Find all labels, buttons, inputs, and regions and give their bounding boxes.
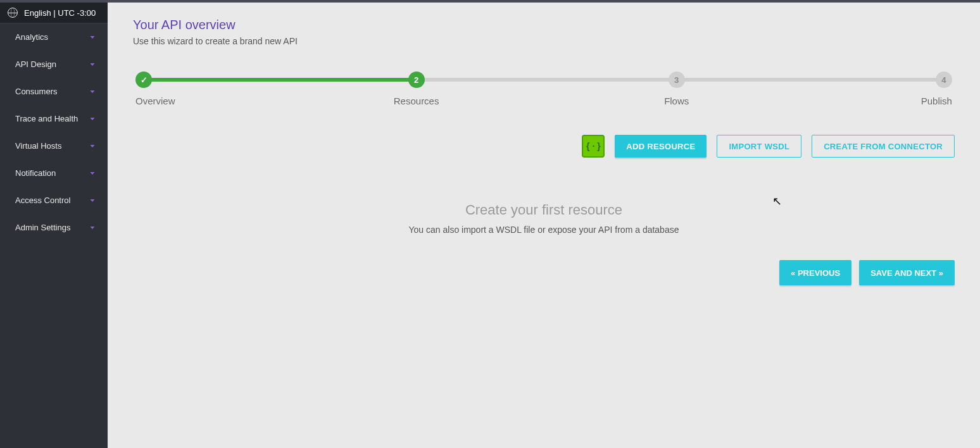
- sidebar-item-admin-settings[interactable]: Admin Settings ▼: [0, 214, 108, 241]
- step-flows[interactable]: 3 Flows: [658, 72, 696, 106]
- step-label: Resources: [394, 96, 439, 106]
- sidebar-item-label: Notification: [15, 168, 56, 178]
- step-label: Flows: [664, 96, 689, 106]
- sidebar-item-label: Trace and Health: [15, 114, 78, 123]
- step-overview[interactable]: Overview: [135, 72, 175, 106]
- step-publish[interactable]: 4 Publish: [914, 72, 952, 106]
- sidebar-item-label: Admin Settings: [15, 223, 70, 232]
- page-title: Your API overview: [133, 18, 955, 32]
- save-and-next-button[interactable]: SAVE AND NEXT »: [859, 260, 955, 285]
- add-resource-button[interactable]: ADD RESOURCE: [615, 135, 707, 158]
- sidebar-item-api-design[interactable]: API Design ▼: [0, 51, 108, 78]
- chevron-down-icon: ▼: [89, 116, 96, 121]
- step-dot: 3: [669, 72, 685, 88]
- empty-state: Create your first resource You can also …: [133, 202, 955, 235]
- main-content: Your API overview Use this wizard to cre…: [108, 3, 980, 448]
- sidebar-item-notification[interactable]: Notification ▼: [0, 159, 108, 187]
- page-subtitle: Use this wizard to create a brand new AP…: [133, 36, 955, 46]
- chevron-down-icon: ▼: [89, 34, 96, 39]
- step-dot: 4: [936, 72, 952, 88]
- globe-icon: [8, 8, 18, 18]
- chevron-down-icon: ▼: [89, 143, 96, 148]
- sidebar-item-label: Access Control: [15, 196, 70, 205]
- wizard-stepper: Overview 2 Resources 3 Flows 4 Publish: [135, 72, 952, 109]
- chevron-down-icon: ▼: [89, 170, 96, 175]
- step-resources[interactable]: 2 Resources: [394, 72, 439, 106]
- create-from-connector-button[interactable]: CREATE FROM CONNECTOR: [812, 135, 955, 158]
- step-dot-done-icon: [135, 72, 152, 88]
- step-label: Overview: [135, 96, 175, 106]
- sidebar: English | UTC -3:00 Analytics ▼ API Desi…: [0, 3, 108, 448]
- sidebar-item-label: API Design: [15, 59, 56, 69]
- chevron-down-icon: ▼: [89, 197, 96, 202]
- step-dot-active: 2: [408, 72, 425, 88]
- resource-actions: { · } ADD RESOURCE IMPORT WSDL CREATE FR…: [133, 135, 955, 158]
- locale-label: English | UTC -3:00: [24, 8, 96, 18]
- empty-state-title: Create your first resource: [133, 202, 955, 218]
- chevron-down-icon: ▼: [89, 225, 96, 230]
- sidebar-item-label: Virtual Hosts: [15, 141, 61, 151]
- sidebar-item-label: Consumers: [15, 87, 57, 96]
- empty-state-subtitle: You can also import a WSDL file or expos…: [133, 225, 955, 235]
- swagger-icon[interactable]: { · }: [582, 135, 605, 158]
- sidebar-item-consumers[interactable]: Consumers ▼: [0, 78, 108, 105]
- locale-selector[interactable]: English | UTC -3:00: [0, 3, 108, 23]
- sidebar-item-label: Analytics: [15, 32, 48, 42]
- sidebar-item-trace-health[interactable]: Trace and Health ▼: [0, 105, 108, 132]
- step-label: Publish: [921, 96, 952, 106]
- sidebar-item-analytics[interactable]: Analytics ▼: [0, 23, 108, 51]
- chevron-down-icon: ▼: [89, 61, 96, 66]
- sidebar-item-virtual-hosts[interactable]: Virtual Hosts ▼: [0, 132, 108, 159]
- import-wsdl-button[interactable]: IMPORT WSDL: [717, 135, 801, 158]
- chevron-down-icon: ▼: [89, 89, 96, 94]
- previous-button[interactable]: « PREVIOUS: [779, 260, 851, 285]
- wizard-footer: « PREVIOUS SAVE AND NEXT »: [133, 260, 955, 285]
- sidebar-item-access-control[interactable]: Access Control ▼: [0, 187, 108, 214]
